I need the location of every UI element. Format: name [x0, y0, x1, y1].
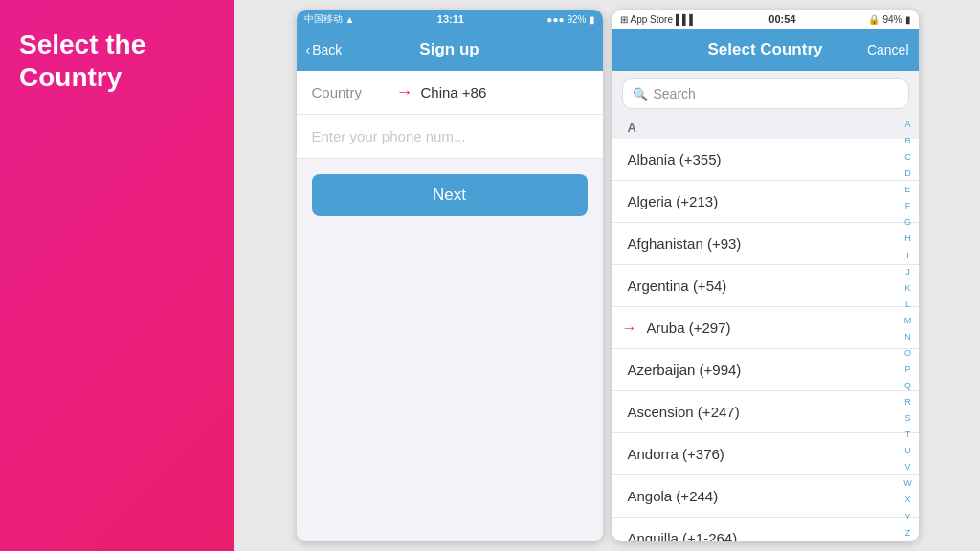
country-name: Andorra (+376): [628, 446, 724, 462]
battery-info-1: ●●● 92% ▮: [546, 14, 594, 25]
left-banner: Select the Country: [0, 0, 234, 551]
screen1-content: Country → China +86 Enter your phone num…: [297, 71, 603, 541]
alpha-letter[interactable]: Z: [905, 529, 911, 538]
country-name: Azerbaijan (+994): [628, 362, 742, 378]
list-item[interactable]: Afghanistan (+93): [612, 223, 919, 265]
battery-info-2: 🔒 94% ▮: [868, 14, 910, 25]
back-button[interactable]: ‹ Back: [306, 42, 343, 57]
status-bar-2: ⊞ App Store ▌▌▌ 00:54 🔒 94% ▮: [612, 10, 919, 29]
alpha-letter[interactable]: M: [904, 317, 912, 325]
nav-bar-1: ‹ Back Sign up: [297, 29, 603, 71]
alpha-letter[interactable]: N: [904, 333, 911, 342]
phone-screen-1: 中国移动 ▲ 13:11 ●●● 92% ▮ ‹ Back Sign up: [297, 10, 603, 541]
alpha-letter[interactable]: W: [903, 479, 912, 488]
carrier-info: 中国移动 ▲: [304, 12, 355, 26]
signal-icon: ●●●: [546, 14, 564, 25]
country-label: Country: [312, 84, 389, 100]
screens-container: 中国移动 ▲ 13:11 ●●● 92% ▮ ‹ Back Sign up: [234, 0, 980, 551]
chevron-left-icon: ‹: [306, 42, 311, 57]
screen2-content: 🔍 Search A Albania (+355)Algeria (+213)A…: [612, 71, 919, 541]
time-display-1: 13:11: [437, 13, 464, 25]
alpha-letter[interactable]: I: [906, 252, 909, 260]
country-name: Algeria (+213): [628, 193, 719, 209]
country-name: Albania (+355): [628, 151, 722, 167]
alpha-letter[interactable]: P: [904, 365, 910, 374]
carrier-text: 中国移动: [304, 12, 343, 26]
country-name: Aruba (+297): [647, 320, 731, 336]
country-name: Argentina (+54): [628, 277, 727, 294]
list-item[interactable]: →Aruba (+297): [612, 307, 919, 349]
list-item[interactable]: Argentina (+54): [612, 265, 919, 307]
nav-bar-2: Select Country Cancel: [612, 29, 919, 71]
alpha-letter[interactable]: K: [904, 284, 910, 293]
alpha-letter[interactable]: O: [904, 349, 911, 358]
alpha-letter[interactable]: S: [904, 414, 910, 423]
country-list[interactable]: A Albania (+355)Algeria (+213)Afghanista…: [612, 117, 919, 541]
alpha-letter[interactable]: U: [904, 447, 911, 455]
phone-screen-2: ⊞ App Store ▌▌▌ 00:54 🔒 94% ▮ Select Cou…: [612, 10, 919, 541]
list-item[interactable]: Angola (+244): [612, 475, 919, 518]
next-button[interactable]: Next: [312, 174, 588, 216]
country-name: Afghanistan (+93): [628, 235, 742, 252]
search-bar[interactable]: 🔍 Search: [622, 78, 909, 109]
nav-title-2: Select Country: [708, 40, 823, 59]
search-icon: 🔍: [633, 87, 648, 101]
alpha-letter[interactable]: J: [905, 268, 910, 276]
list-item[interactable]: Albania (+355): [612, 139, 919, 181]
search-bar-container: 🔍 Search: [612, 71, 919, 117]
alpha-letter[interactable]: X: [904, 496, 910, 504]
list-item[interactable]: Azerbaijan (+994): [612, 349, 919, 391]
alpha-letter[interactable]: G: [904, 218, 911, 227]
alpha-letter[interactable]: H: [904, 234, 911, 243]
arrow-icon: →: [622, 320, 637, 337]
app-store-text: App Store: [631, 14, 673, 25]
alpha-letter[interactable]: Y: [904, 513, 910, 521]
alpha-letter[interactable]: T: [905, 430, 911, 439]
cancel-button[interactable]: Cancel: [867, 42, 909, 57]
app-store-info: ⊞ App Store ▌▌▌: [620, 14, 697, 25]
nav-title-1: Sign up: [419, 40, 479, 59]
list-item[interactable]: Anguilla (+1-264): [612, 518, 919, 541]
country-name: Ascension (+247): [628, 404, 740, 420]
time-display-2: 00:54: [768, 13, 795, 25]
app-store-icon: ⊞: [620, 14, 628, 25]
banner-title: Select the Country: [19, 29, 215, 93]
form-section: Country → China +86 Enter your phone num…: [297, 71, 603, 159]
country-value: China +86: [421, 84, 487, 100]
alpha-letter[interactable]: F: [905, 202, 911, 210]
alpha-letter[interactable]: C: [904, 153, 911, 162]
status-bar-1: 中国移动 ▲ 13:11 ●●● 92% ▮: [297, 10, 603, 29]
country-name: Angola (+244): [628, 488, 719, 504]
battery-icon-2: ▮: [905, 14, 911, 25]
back-label: Back: [312, 42, 342, 57]
phone-row[interactable]: Enter your phone num...: [297, 115, 603, 159]
arrow-icon-1: →: [396, 82, 413, 102]
list-item[interactable]: Andorra (+376): [612, 433, 919, 475]
alpha-letter[interactable]: A: [904, 121, 910, 129]
country-name: Anguilla (+1-264): [628, 530, 738, 541]
list-item[interactable]: Algeria (+213): [612, 181, 919, 223]
battery-icon-1: ▮: [590, 14, 595, 25]
alpha-letter[interactable]: B: [904, 137, 910, 145]
battery-text-2: 94%: [882, 14, 902, 25]
alpha-letter[interactable]: D: [904, 169, 911, 178]
alpha-letter[interactable]: V: [904, 463, 910, 472]
alpha-letter[interactable]: L: [905, 300, 910, 309]
search-placeholder: Search: [654, 86, 696, 101]
alpha-letter[interactable]: E: [904, 186, 910, 194]
country-row[interactable]: Country → China +86: [297, 71, 603, 115]
battery-text-1: 92%: [567, 14, 586, 25]
signal-bars: ▌▌▌: [676, 14, 696, 25]
lock-icon: 🔒: [868, 14, 880, 25]
wifi-icon: ▲: [345, 14, 355, 25]
cancel-label: Cancel: [867, 42, 909, 57]
alpha-letter[interactable]: Q: [904, 382, 911, 390]
alphabet-index[interactable]: ABCDEFGHIJKLMNOPQRSTUVWXYZ: [902, 117, 915, 541]
phone-placeholder: Enter your phone num...: [312, 128, 466, 144]
alpha-letter[interactable]: R: [904, 398, 911, 407]
section-header-a: A: [612, 117, 919, 139]
list-item[interactable]: Ascension (+247): [612, 391, 919, 433]
